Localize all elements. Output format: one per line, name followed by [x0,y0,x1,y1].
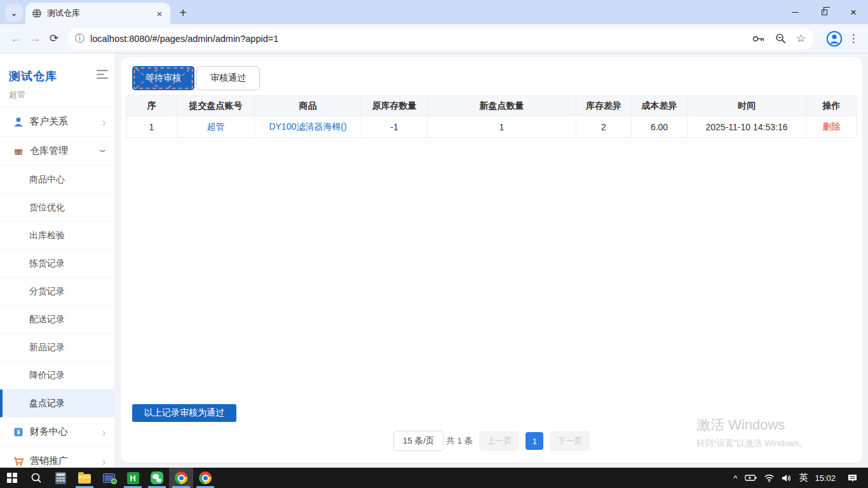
minimize-button[interactable] [780,0,810,24]
sidebar-item-customer-relations[interactable]: 客户关系 › [0,107,114,137]
column-header-new-stock: 新盘点数量 [428,96,576,116]
back-button[interactable]: ← [6,29,25,48]
sidebar-item-new-product-records[interactable]: 新品记录 [0,334,114,362]
sidebar-item-slot-optimization[interactable]: 货位优化 [0,194,114,222]
delete-link[interactable]: 删除 [806,116,857,138]
approve-all-button[interactable]: 以上记录审核为通过 [132,404,236,422]
back-icon: ← [10,32,22,45]
sidebar: 测试仓库 超管 客户关系 › 仓库管理 › 商品中心 货位优化 出库检验 [0,53,114,468]
volume-icon[interactable] [782,474,792,482]
input-language-button[interactable]: 英 [799,472,808,484]
password-manager-button[interactable] [752,35,765,43]
column-header-cost-diff: 成本差异 [632,96,688,116]
remote-desktop-icon [103,473,115,483]
tab-pending-review[interactable]: 等待审核 [132,66,194,90]
clock[interactable]: 15:02 [815,473,836,483]
selection-marquee [132,66,194,90]
site-info-icon[interactable]: ⓘ [75,32,85,44]
action-center-button[interactable] [843,468,862,488]
reload-button[interactable]: ⟳ [44,29,64,48]
address-bar[interactable]: ⓘ localhost:8080/#/pages/admin/admin?app… [67,28,813,50]
column-header-time: 时间 [688,96,806,116]
empty-space [126,138,857,404]
collapse-sidebar-button[interactable] [97,70,108,79]
chrome-icon [175,471,187,484]
reload-icon: ⟳ [50,32,58,45]
minimize-icon [792,12,799,13]
browser-tab[interactable]: 测试仓库 × [25,3,170,24]
prev-page-button[interactable]: 上一页 [479,431,519,451]
forward-button[interactable]: → [25,29,44,48]
sidebar-item-marketing-promotion[interactable]: 营销推广 › [0,447,114,468]
hbuilder-icon: H [127,472,139,484]
new-tab-button[interactable]: + [174,4,192,22]
taskbar-chrome-button[interactable] [193,468,217,488]
next-page-button[interactable]: 下一页 [550,431,590,451]
chrome-icon [199,471,212,484]
sidebar-item-label: 盘点记录 [29,398,65,409]
sidebar-item-picking-records[interactable]: 拣货记录 [0,250,114,278]
sidebar-item-finance-center[interactable]: ¥ 财务中心 › [0,417,114,447]
sidebar-item-label: 仓库管理 [30,145,68,157]
taskbar-calculator-button[interactable] [48,468,72,488]
sidebar-item-label: 出库检验 [29,230,65,241]
zoom-indicator-button[interactable] [775,33,786,44]
tab-search-button[interactable]: ⌄ [5,4,23,22]
star-icon: ☆ [796,32,806,45]
current-page-button[interactable]: 1 [526,432,543,450]
url-text: localhost:8080/#/pages/admin/admin?appid… [90,34,742,44]
taskbar-explorer-button[interactable] [72,468,97,488]
key-icon [752,35,765,43]
start-button[interactable] [0,468,24,488]
close-window-button[interactable]: × [839,0,868,24]
bookmark-button[interactable]: ☆ [796,32,806,45]
taskbar-hbuilder-button[interactable]: H [121,468,145,488]
taskbar-search-button[interactable] [24,468,48,488]
user-role-label: 超管 [9,89,105,100]
sidebar-item-outbound-inspection[interactable]: 出库检验 [0,222,114,250]
warehouse-icon [13,146,24,157]
svg-text:¥: ¥ [17,428,20,435]
sidebar-item-label: 配送记录 [29,314,65,325]
menu-fold-icon [97,70,108,71]
pagination: 15 条/页 共 1 条 上一页 1 下一页 [126,428,857,456]
sidebar-header: 测试仓库 超管 [0,53,114,107]
taskbar-chrome-button-active[interactable] [169,468,193,488]
window-controls: × [780,0,868,24]
wechat-icon [151,471,163,484]
search-icon [31,472,42,484]
table-row: 1 超管 DY100滤清器海棉() -1 1 2 6.00 2025-11-10… [126,116,857,138]
cell-old-stock: -1 [362,116,428,138]
page-size-select[interactable]: 15 条/页 [393,431,444,451]
taskbar-wechat-button[interactable] [145,468,169,488]
sidebar-item-label: 拣货记录 [29,258,65,269]
tray-expand-button[interactable]: ^ [733,473,737,483]
sidebar-item-stocktake-records[interactable]: 盘点记录 [0,390,114,417]
restore-icon [822,10,827,15]
taskbar-remote-desktop-button[interactable] [97,468,121,488]
wifi-icon[interactable] [764,474,775,482]
sidebar-item-delivery-records[interactable]: 配送记录 [0,306,114,334]
sidebar-item-label: 财务中心 [30,426,68,438]
cell-account-link[interactable]: 超管 [177,116,255,138]
restore-button[interactable] [810,0,839,24]
notification-icon [847,473,858,483]
chevron-down-icon: ⌄ [11,8,18,18]
tab-approved[interactable]: 审核通过 [196,66,260,90]
app-area: 测试仓库 超管 客户关系 › 仓库管理 › 商品中心 货位优化 出库检验 [0,53,868,468]
column-header-stock-diff: 库存差异 [576,96,632,116]
tab-label: 审核通过 [210,72,246,84]
plus-icon: + [179,6,187,20]
windows-logo-icon [7,473,17,483]
sidebar-item-product-center[interactable]: 商品中心 [0,166,114,194]
tab-close-button[interactable]: × [154,8,165,19]
cell-product-link[interactable]: DY100滤清器海棉() [255,116,362,138]
chevron-up-icon: ^ [733,473,737,483]
sidebar-item-warehouse-management[interactable]: 仓库管理 › [0,137,114,166]
main-content: 等待审核 审核通过 序 提交盘点账号 商品 [114,53,868,468]
battery-icon[interactable] [744,474,757,482]
profile-button[interactable] [824,28,845,50]
browser-menu-button[interactable]: ⋮ [845,28,862,50]
sidebar-item-sorting-records[interactable]: 分货记录 [0,278,114,306]
sidebar-item-price-reduction-records[interactable]: 降价记录 [0,362,114,390]
